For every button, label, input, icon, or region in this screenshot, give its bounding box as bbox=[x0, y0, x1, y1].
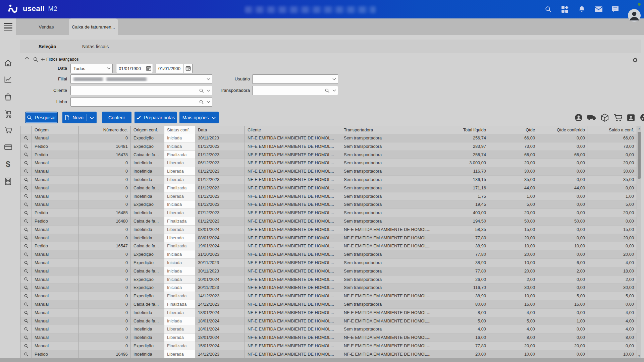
row-search-icon[interactable] bbox=[20, 209, 32, 217]
row-search-icon[interactable] bbox=[20, 250, 32, 259]
truck-icon[interactable] bbox=[587, 113, 596, 122]
sidebar-item-purchases-cart[interactable] bbox=[0, 125, 16, 135]
row-search-icon[interactable] bbox=[20, 134, 32, 142]
row-search-icon[interactable] bbox=[20, 151, 32, 159]
conferir-button[interactable]: Conferir bbox=[102, 112, 131, 123]
row-search-icon[interactable] bbox=[20, 192, 32, 201]
cart-icon[interactable] bbox=[613, 113, 622, 122]
subtab-notas-fiscais[interactable]: Notas fiscais bbox=[82, 40, 109, 53]
row-search-icon[interactable] bbox=[20, 167, 32, 176]
column-header-total-liquido[interactable]: Total líquido bbox=[441, 126, 489, 134]
scroll-up-arrow[interactable]: ▲ bbox=[637, 126, 641, 131]
row-search-icon[interactable] bbox=[20, 226, 32, 234]
table-row[interactable]: Pedido 16547 Caixa de fa... Finalizada 1… bbox=[20, 242, 637, 250]
column-header-qtde-conferido[interactable]: Qtde conferido bbox=[538, 126, 588, 134]
row-search-icon[interactable] bbox=[20, 176, 32, 184]
scrollbar-thumb[interactable] bbox=[638, 132, 641, 179]
table-row[interactable]: Manual 0 Expedição Iniciada 30/11/2023 N… bbox=[20, 134, 637, 142]
table-row[interactable]: Manual 0 Indefinida Liberada 08/01/2024 … bbox=[20, 226, 637, 234]
table-row[interactable]: Manual 0 Indefinida Liberada 01/12/2023 … bbox=[20, 176, 637, 184]
row-search-icon[interactable] bbox=[20, 184, 32, 192]
row-search-icon[interactable] bbox=[20, 292, 32, 300]
row-search-icon[interactable] bbox=[20, 300, 32, 309]
date-from-input[interactable]: 01/01/1900 bbox=[116, 64, 153, 73]
transportadora-search-combo[interactable] bbox=[252, 86, 338, 95]
table-row[interactable]: Manual 0 Expedição Iniciada 10/01/2024 N… bbox=[20, 276, 637, 284]
chevron-down-icon[interactable] bbox=[90, 117, 94, 119]
partners-circle-icon[interactable] bbox=[640, 113, 644, 122]
column-header-cliente[interactable]: Cliente bbox=[245, 126, 341, 134]
row-search-icon[interactable] bbox=[20, 350, 32, 359]
table-row[interactable]: Manual 0 Expedição Iniciada 30/11/2023 N… bbox=[20, 284, 637, 292]
row-search-icon[interactable] bbox=[20, 259, 32, 267]
row-search-icon[interactable] bbox=[20, 284, 32, 292]
search-icon[interactable] bbox=[198, 100, 205, 105]
table-row[interactable]: Manual 0 Expedição Finalizada 15/01/2024… bbox=[20, 342, 637, 350]
package-cube-icon[interactable] bbox=[600, 113, 609, 122]
table-row[interactable]: Manual 0 Expedição Finalizada 14/12/2023… bbox=[20, 292, 637, 300]
subtab-selecao[interactable]: Seleção bbox=[39, 40, 56, 53]
sidebar-item-finance-dollar[interactable]: $ bbox=[0, 159, 16, 169]
row-search-icon[interactable] bbox=[20, 342, 32, 350]
table-row[interactable]: Manual 0 Indefinida Liberada 18/01/2024 … bbox=[20, 334, 637, 342]
row-search-icon[interactable] bbox=[20, 142, 32, 151]
column-header-transportadora[interactable]: Transportadora bbox=[341, 126, 441, 134]
row-search-icon[interactable] bbox=[20, 159, 32, 167]
column-header-qtde[interactable]: Qtde bbox=[489, 126, 538, 134]
sidebar-item-accounting-calculator[interactable] bbox=[0, 176, 16, 186]
row-search-icon[interactable] bbox=[20, 217, 32, 226]
table-row[interactable]: Pedido 16496 Indefinida Liberada 14/12/2… bbox=[20, 350, 637, 359]
table-row[interactable]: Manual 0 Indefinida Liberada 18/01/2024 … bbox=[20, 309, 637, 317]
table-row[interactable]: Manual 0 Caixa de fa... Iniciada 30/11/2… bbox=[20, 267, 637, 276]
row-search-icon[interactable] bbox=[20, 325, 32, 334]
settings-gear-icon[interactable] bbox=[632, 57, 638, 63]
cliente-search-combo[interactable] bbox=[70, 86, 212, 95]
column-header-icon[interactable] bbox=[20, 126, 32, 134]
row-search-icon[interactable] bbox=[20, 242, 32, 250]
table-row[interactable]: Manual 0 Caixa de fa... Finalizada 14/12… bbox=[20, 300, 637, 309]
table-row[interactable]: Manual 0 Expedição Iniciada 31/10/2023 N… bbox=[20, 250, 637, 259]
preparar-notas-button[interactable]: Preparar notas bbox=[135, 112, 177, 123]
row-search-icon[interactable] bbox=[20, 276, 32, 284]
table-row[interactable]: Manual 0 Expedição Iniciada 30/11/2023 N… bbox=[20, 259, 637, 267]
search-icon[interactable] bbox=[198, 88, 205, 93]
table-row[interactable]: Manual 0 Indefinida Liberada 01/12/2023 … bbox=[20, 167, 637, 176]
filial-select[interactable] bbox=[70, 74, 212, 84]
sidebar-item-logistics-handtruck[interactable] bbox=[0, 109, 16, 119]
table-row[interactable]: Manual 0 Indefinida Liberada 18/01/2024 … bbox=[20, 325, 637, 334]
scroll-down-arrow[interactable]: ▼ bbox=[637, 354, 641, 358]
usuario-select[interactable] bbox=[252, 74, 338, 84]
table-row[interactable]: Pedido 16480 Caixa de fa... Finalizada 0… bbox=[20, 217, 637, 226]
sidebar-item-billing-card[interactable] bbox=[0, 142, 16, 152]
filter-search-icon[interactable] bbox=[33, 57, 39, 62]
user-circle-icon[interactable] bbox=[574, 113, 583, 122]
apps-grid-icon[interactable] bbox=[561, 5, 569, 13]
linha-search-combo[interactable] bbox=[70, 97, 212, 107]
mais-opcoes-button[interactable]: Mais opções bbox=[179, 112, 219, 123]
column-header-status-conf[interactable]: Status conf. bbox=[164, 126, 195, 134]
hamburger-menu-icon[interactable] bbox=[4, 23, 12, 31]
row-search-icon[interactable] bbox=[20, 309, 32, 317]
table-row[interactable]: Pedido 16478 Caixa de fa... Finalizada 0… bbox=[20, 151, 637, 159]
table-row[interactable]: Manual 0 Indefinida Liberada 06/12/2023 … bbox=[20, 159, 637, 167]
add-filter-plus-icon[interactable] bbox=[41, 57, 45, 62]
chat-icon[interactable] bbox=[611, 5, 619, 13]
novo-split-button[interactable]: Novo bbox=[62, 112, 97, 123]
tab-caixa-de-faturamento[interactable]: Caixa de faturamen... bbox=[69, 18, 118, 35]
table-row[interactable]: Manual 0 Expedição Iniciada 01/12/2023 N… bbox=[20, 200, 637, 209]
calendar-icon[interactable] bbox=[144, 64, 153, 73]
vertical-scrollbar[interactable]: ▲ ▼ bbox=[637, 126, 641, 359]
notifications-bell-icon[interactable] bbox=[578, 5, 586, 13]
collapse-chevron-up-icon[interactable] bbox=[25, 57, 29, 60]
row-search-icon[interactable] bbox=[20, 267, 32, 276]
table-row[interactable]: Pedido 16481 Expedição Iniciada 01/12/20… bbox=[20, 142, 637, 151]
column-header-data[interactable]: Data bbox=[195, 126, 245, 134]
table-row[interactable]: Manual 0 Indefinida Liberada 08/01/2024 … bbox=[20, 234, 637, 242]
sidebar-item-sales-bag[interactable] bbox=[0, 92, 16, 102]
column-header-saldo-a-conf[interactable]: Saldo a conf. bbox=[588, 126, 637, 134]
data-period-select[interactable]: Todos bbox=[70, 64, 113, 73]
tab-vendas[interactable]: Vendas bbox=[26, 18, 66, 35]
calendar-icon[interactable] bbox=[183, 64, 192, 73]
row-search-icon[interactable] bbox=[20, 317, 32, 325]
row-search-icon[interactable] bbox=[20, 234, 32, 242]
